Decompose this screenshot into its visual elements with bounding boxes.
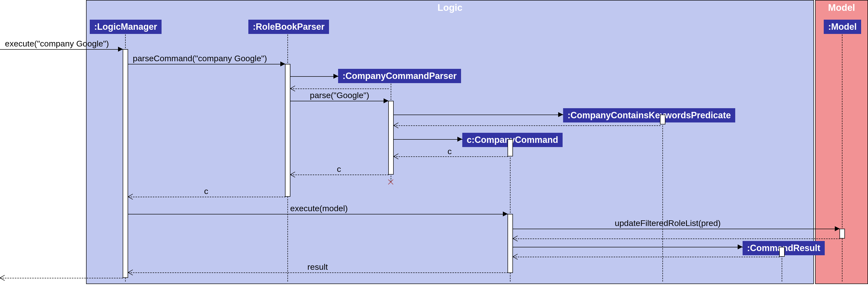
label-result: result [307,262,328,272]
destroy-ccp-icon [387,179,394,185]
msg-execute [0,49,123,50]
participant-company-command-parser: :CompanyCommandParser [338,69,461,83]
activation-command-result [779,247,785,257]
participant-rolebook-parser: :RoleBookParser [248,20,329,34]
msg-return-c3 [128,197,285,197]
arrow-execute [118,47,123,52]
msg-update-filtered [513,229,840,229]
arrow-create-cc [457,137,462,141]
msg-execute-model [128,214,508,215]
label-parsecommand: parseCommand("company Google") [133,54,267,63]
arrow-execute-model [503,212,508,216]
logic-frame: Logic [86,0,814,284]
arrow-create-ccp [334,74,338,79]
participant-logic-manager: :LogicManager [90,20,161,34]
activation-company-command-2 [507,214,513,273]
msg-return-cr [513,257,780,257]
msg-result [128,273,508,273]
activation-company-command-1 [507,139,513,156]
msg-return-pred [394,125,660,126]
arrow-update-filtered [835,226,840,231]
activation-predicate [660,115,665,124]
activation-logic-manager [123,49,128,278]
msg-return-outside [0,278,123,278]
participant-predicate: :CompanyContainsKeywordsPredicate [563,108,735,123]
msg-create-ccp [290,76,338,77]
arrow-create-pred [558,112,563,117]
msg-create-cr [513,247,743,247]
msg-return-c2 [290,175,389,175]
msg-parse [290,101,389,101]
arrow-create-cr [738,245,743,249]
lifeline-command-result [782,256,782,282]
msg-parsecommand [128,64,285,64]
model-frame-title: Model [828,2,855,13]
activation-company-command-parser [388,101,394,175]
lifeline-model [842,34,842,282]
label-update-filtered: updateFilteredRoleList(pred) [615,218,721,228]
msg-create-pred [394,115,563,115]
msg-return-c1 [394,156,508,157]
logic-frame-title: Logic [437,2,462,13]
label-execute: execute("company Google") [5,39,109,49]
msg-return-ccp-create [290,89,389,89]
participant-model: :Model [824,20,861,34]
label-return-c3: c [204,186,208,196]
activation-model [839,229,845,239]
arrow-parse [383,98,389,103]
label-return-c1: c [447,147,452,156]
msg-return-model [513,239,840,239]
activation-rolebook-parser [285,64,290,197]
arrow-parsecommand [280,61,285,66]
lifeline-predicate [662,123,663,282]
label-return-c2: c [337,164,341,174]
label-execute-model: execute(model) [290,203,348,213]
msg-create-cc [394,139,463,140]
label-parse: parse("Google") [310,91,369,100]
